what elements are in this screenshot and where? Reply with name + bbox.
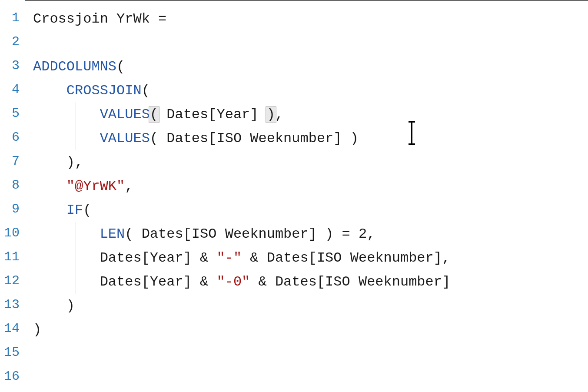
indent-guide [41,150,76,174]
indent-guide [41,174,76,198]
indent-guide [41,198,76,222]
line-number: 8 [0,173,25,197]
indent-guide [41,222,76,246]
line-number: 4 [0,78,25,102]
code-line[interactable]: Dates[Year] & "-0" & Dates[ISO Weeknumbe… [33,270,588,294]
line-number: 14 [0,317,25,341]
indent-guide [41,294,76,318]
code-line[interactable]: ) [33,318,588,342]
code-line[interactable] [33,365,588,389]
dax-function: CROSSJOIN [66,83,142,99]
indent-guide [76,270,110,294]
code-line[interactable]: ADDCOLUMNS( [33,55,588,79]
line-number: 12 [0,269,25,293]
dax-function: ADDCOLUMNS [33,59,116,75]
indent-guide [76,126,110,150]
line-number: 11 [0,245,25,269]
code-line[interactable]: ) [33,294,588,318]
indent-guide [41,126,76,150]
line-number: 2 [0,30,25,54]
code-line[interactable] [33,31,588,55]
line-number: 5 [0,102,25,126]
indent-guide [41,270,76,294]
line-number: 10 [0,221,25,245]
line-number: 3 [0,54,25,78]
line-number: 13 [0,293,25,317]
string-literal: "-0" [216,274,250,290]
code-line[interactable]: ), [33,150,588,174]
code-line[interactable]: VALUES( Dates[ISO Weeknumber] ) [33,126,588,150]
indent-guide [41,103,76,126]
code-line[interactable]: LEN( Dates[ISO Weeknumber] ) = 2, [33,222,588,246]
line-number: 1 [0,6,25,30]
line-number: 16 [0,365,25,389]
measure-name: Crossjoin YrWk = [33,11,166,27]
string-literal: "-" [216,250,242,266]
code-line[interactable]: "@YrWK", [33,174,588,198]
code-line[interactable]: IF( [33,198,588,222]
line-number: 7 [0,149,25,173]
indent-guide [76,222,110,246]
line-number-gutter: 1 2 3 4 5 6 7 8 9 10 11 12 13 14 15 16 [0,0,25,392]
code-line[interactable]: VALUES( Dates[Year] ), [33,103,588,126]
code-editor[interactable]: Crossjoin YrWk = ADDCOLUMNS( CROSSJOIN( … [25,0,588,392]
indent-guide [76,103,110,126]
code-line[interactable]: CROSSJOIN( [33,79,588,103]
line-number: 6 [0,126,25,149]
code-line[interactable] [33,342,588,365]
indent-guide [76,246,110,270]
code-line[interactable]: Crossjoin YrWk = [33,7,588,31]
code-line[interactable]: Dates[Year] & "-" & Dates[ISO Weeknumber… [33,246,588,270]
line-number: 15 [0,341,25,365]
indent-guide [41,79,76,103]
line-number: 9 [0,197,25,221]
indent-guide [41,246,76,270]
